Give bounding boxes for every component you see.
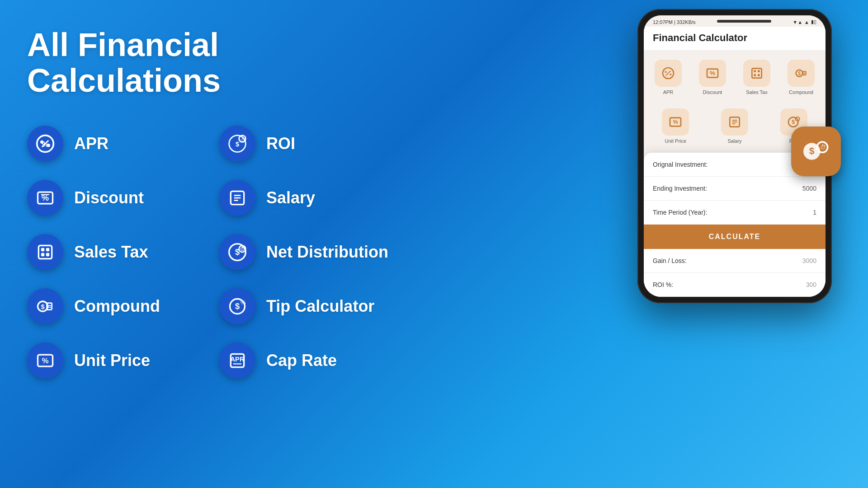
feature-tip-calculator[interactable]: $ % Tip Calculator — [219, 288, 398, 324]
feature-sales-tax[interactable]: Sales Tax — [27, 234, 206, 270]
svg-text:⏱: ⏱ — [241, 138, 245, 142]
compound-icon: $ — [35, 296, 55, 316]
discount-icon: % — [35, 188, 55, 208]
salary-calc-icon — [727, 115, 742, 129]
salary-calc-label: Salary — [727, 138, 741, 144]
apr-calc-icon — [661, 66, 675, 80]
roi-percent-value: 300 — [806, 281, 816, 288]
calc-icon-compound[interactable]: $ Compound — [779, 55, 823, 99]
unit-price-icon: % — [35, 351, 55, 371]
svg-text:%: % — [710, 70, 715, 76]
svg-text:%: % — [241, 300, 245, 306]
discount-calc-icon-box: % — [699, 60, 726, 87]
original-investment-label: Orignal Investment: — [653, 161, 708, 168]
apr-calc-icon-box — [655, 60, 682, 87]
roi-percent-field: ROI %: 300 — [644, 273, 826, 297]
svg-rect-48 — [752, 68, 761, 78]
page-title: All Financial Calculations — [27, 27, 398, 99]
svg-rect-19 — [41, 253, 44, 256]
svg-rect-18 — [46, 248, 49, 251]
svg-text:⏱: ⏱ — [796, 117, 799, 121]
compound-label: Compound — [74, 297, 160, 316]
salary-calc-icon-box — [721, 108, 748, 136]
svg-text:$: $ — [809, 145, 815, 156]
unit-price-calc-icon-box: % — [662, 108, 689, 136]
calc-icon-discount[interactable]: % Discount — [690, 55, 735, 99]
cap-rate-icon-circle: APR — [219, 343, 255, 379]
feature-net-distribution[interactable]: $ ⏱ Net Distribution — [219, 234, 398, 270]
sales-tax-calc-label: Sales Tax — [746, 89, 768, 95]
svg-text:$: $ — [236, 141, 239, 148]
svg-text:⏱: ⏱ — [240, 247, 245, 252]
calc-icons-row1: APR % Discount — [644, 51, 826, 104]
features-grid: % APR $ ⏱ ROI — [27, 126, 398, 379]
time-period-value: 1 — [813, 209, 816, 216]
time-period-field[interactable]: Time Period (Year): 1 — [644, 201, 826, 225]
app-title: Financial Calculator — [653, 32, 747, 43]
floating-app-icon: $ ⏱ — [791, 127, 841, 176]
svg-rect-50 — [758, 70, 760, 72]
unit-price-calc-label: Unit Price — [665, 138, 686, 144]
unit-price-icon-circle: % — [27, 343, 63, 379]
feature-cap-rate[interactable]: APR Cap Rate — [219, 343, 398, 379]
sales-tax-label: Sales Tax — [74, 243, 148, 262]
svg-rect-51 — [754, 74, 756, 76]
status-icons: ▼▲ ▲ ▮▯ — [793, 19, 816, 25]
discount-calc-icon: % — [705, 66, 720, 80]
roi-icon-circle: $ ⏱ — [219, 126, 255, 162]
ending-investment-field[interactable]: Ending Investment: 5000 — [644, 177, 826, 201]
svg-point-43 — [665, 71, 667, 73]
salary-icon-circle — [219, 180, 255, 216]
cap-rate-icon: APR — [227, 351, 247, 371]
feature-apr[interactable]: % APR — [27, 126, 206, 162]
salary-label: Salary — [266, 188, 315, 207]
gain-loss-value: 3000 — [802, 257, 816, 264]
feature-unit-price[interactable]: % Unit Price — [27, 343, 206, 379]
svg-text:%: % — [673, 119, 678, 125]
gain-loss-field: Gain / Loss: 3000 — [644, 249, 826, 273]
phone-mockup: $ ⏱ 12:07PM | 332KB/s ▼▲ ▲ ▮▯ Financial … — [637, 9, 832, 303]
tip-calc-label: Tip Calculator — [266, 297, 374, 316]
svg-point-2 — [40, 141, 43, 144]
net-dist-label: Net Distribution — [266, 243, 388, 262]
discount-label: Discount — [74, 188, 144, 207]
svg-rect-16 — [38, 246, 52, 259]
calc-icon-sales-tax[interactable]: Sales Tax — [735, 55, 779, 99]
compound-calc-icon: $ — [794, 66, 808, 80]
notch — [717, 20, 771, 23]
net-dist-icon: $ ⏱ — [227, 242, 247, 262]
apr-calc-label: APR — [663, 89, 674, 95]
feature-compound[interactable]: $ Compound — [27, 288, 206, 324]
roi-icon: $ ⏱ — [227, 134, 247, 154]
svg-point-44 — [670, 74, 671, 75]
feature-roi[interactable]: $ ⏱ ROI — [219, 126, 398, 162]
roi-label: ROI — [266, 134, 295, 153]
apr-label: APR — [74, 134, 108, 153]
compound-icon-circle: $ — [27, 288, 63, 324]
app-header: Financial Calculator — [644, 27, 826, 51]
status-bar: 12:07PM | 332KB/s ▼▲ ▲ ▮▯ — [644, 15, 826, 27]
feature-salary[interactable]: Salary — [219, 180, 398, 216]
sales-tax-calc-icon-box — [743, 60, 770, 87]
calc-icon-unit-price[interactable]: % Unit Price — [646, 104, 705, 148]
calculate-button[interactable]: CALCULATE — [644, 225, 826, 249]
status-time: 12:07PM | 332KB/s — [653, 19, 696, 25]
svg-text:%: % — [42, 357, 49, 365]
discount-icon-circle: % — [27, 180, 63, 216]
svg-point-3 — [47, 144, 50, 147]
calc-icon-salary[interactable]: Salary — [705, 104, 764, 148]
gain-loss-label: Gain / Loss: — [653, 257, 687, 264]
compound-calc-icon-box: $ — [788, 60, 815, 87]
time-period-label: Time Period (Year): — [653, 209, 707, 216]
svg-rect-49 — [754, 70, 756, 72]
calc-icon-apr[interactable]: APR — [646, 55, 690, 99]
compound-calc-label: Compound — [789, 89, 813, 95]
apr-icon: % — [35, 134, 55, 154]
sales-tax-calc-icon — [750, 66, 764, 80]
left-section: All Financial Calculations % APR $ — [27, 27, 398, 379]
tip-calc-icon: $ % — [227, 296, 247, 316]
salary-icon — [227, 188, 247, 208]
svg-rect-17 — [41, 248, 44, 251]
feature-discount[interactable]: % Discount — [27, 180, 206, 216]
battery-icon: ▮▯ — [811, 19, 816, 25]
